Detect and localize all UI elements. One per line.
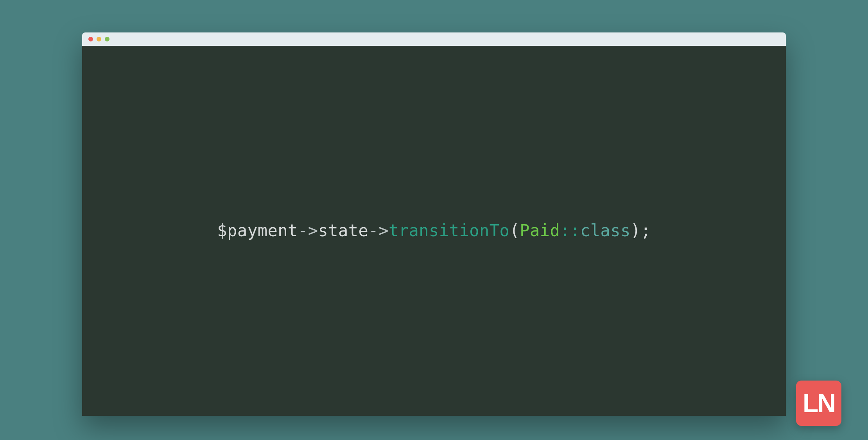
code-token-paren-close: )	[631, 221, 641, 240]
minimize-icon[interactable]	[97, 37, 101, 41]
code-token-arrow: ->	[298, 221, 318, 240]
logo-text: LN	[803, 388, 835, 418]
maximize-icon[interactable]	[105, 37, 109, 41]
code-token-keyword: class	[580, 221, 631, 240]
code-token-semicolon: ;	[641, 221, 651, 240]
code-line: $payment->state->transitionTo(Paid::clas…	[217, 221, 651, 240]
window-title-bar	[82, 32, 786, 46]
editor-window: $payment->state->transitionTo(Paid::clas…	[82, 32, 786, 416]
code-token-variable: $payment	[217, 221, 298, 240]
code-editor: $payment->state->transitionTo(Paid::clas…	[82, 46, 786, 416]
code-token-paren-open: (	[509, 221, 520, 240]
code-token-method: transitionTo	[389, 221, 509, 240]
code-token-arrow: ->	[368, 221, 389, 240]
code-token-scope: ::	[560, 221, 580, 240]
close-icon[interactable]	[88, 37, 93, 41]
code-token-class: Paid	[520, 221, 560, 240]
logo-badge: LN	[796, 381, 841, 426]
code-token-property: state	[318, 221, 368, 240]
